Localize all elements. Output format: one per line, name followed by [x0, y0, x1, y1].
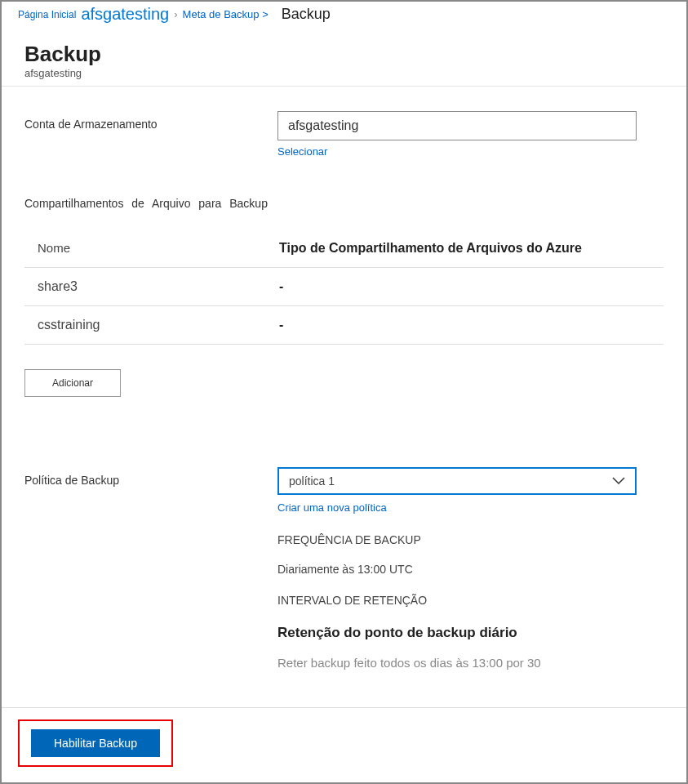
row-name: csstraining [38, 318, 279, 332]
storage-account-label: Conta de Armazenamento [24, 111, 277, 131]
breadcrumb-meta[interactable]: Meta de Backup > [183, 8, 269, 20]
column-header-name: Nome [38, 241, 279, 256]
table-row[interactable]: csstraining - [24, 305, 664, 345]
retention-label: INTERVALO DE RETENÇÃO [277, 594, 664, 607]
page-header: Backup afsgatesting [2, 29, 686, 87]
table-header: Nome Tipo de Compartilhamento de Arquivo… [24, 233, 664, 267]
breadcrumb-resource[interactable]: afsgatesting [81, 5, 169, 24]
row-type: - [279, 279, 664, 294]
add-button[interactable]: Adicionar [24, 369, 121, 397]
policy-details: Criar uma nova política FREQUÊNCIA DE BA… [277, 501, 664, 670]
shares-table: Nome Tipo de Compartilhamento de Arquivo… [24, 233, 664, 345]
content-area: Conta de Armazenamento Selecionar Compar… [2, 87, 686, 670]
breadcrumb-home[interactable]: Página Inicial [18, 9, 76, 20]
retention-title: Retenção do ponto de backup diário [277, 625, 664, 641]
breadcrumb-current: Backup [282, 6, 331, 23]
row-type: - [279, 318, 664, 332]
enable-backup-button[interactable]: Habilitar Backup [31, 729, 160, 757]
row-name: share3 [38, 279, 279, 294]
footer-bar: Habilitar Backup [2, 707, 686, 782]
backup-policy-label: Política de Backup [24, 467, 277, 487]
select-storage-link[interactable]: Selecionar [277, 145, 664, 158]
shares-section-title: Compartilhamentos de Arquivo para Backup [24, 197, 664, 210]
policy-selected-value: política 1 [289, 474, 335, 488]
create-policy-link[interactable]: Criar uma nova política [277, 501, 664, 514]
policy-select[interactable]: política 1 [277, 467, 637, 495]
table-row[interactable]: share3 - [24, 267, 664, 305]
breadcrumb: Página Inicial afsgatesting › Meta de Ba… [2, 2, 686, 29]
backup-policy-row: Política de Backup política 1 [24, 467, 664, 495]
retention-description: Reter backup feito todos os dias às 13:0… [277, 656, 664, 670]
highlight-annotation: Habilitar Backup [18, 719, 173, 767]
frequency-label: FREQUÊNCIA DE BACKUP [277, 533, 664, 546]
page-subtitle: afsgatesting [24, 67, 664, 79]
page-title: Backup [24, 42, 664, 67]
column-header-type: Tipo de Compartilhamento de Arquivos do … [279, 241, 664, 256]
storage-account-input[interactable] [277, 111, 637, 140]
frequency-value: Diariamente às 13:00 UTC [277, 563, 664, 576]
storage-account-row: Conta de Armazenamento Selecionar [24, 111, 664, 158]
chevron-right-icon: › [174, 8, 177, 20]
chevron-down-icon [612, 477, 625, 485]
